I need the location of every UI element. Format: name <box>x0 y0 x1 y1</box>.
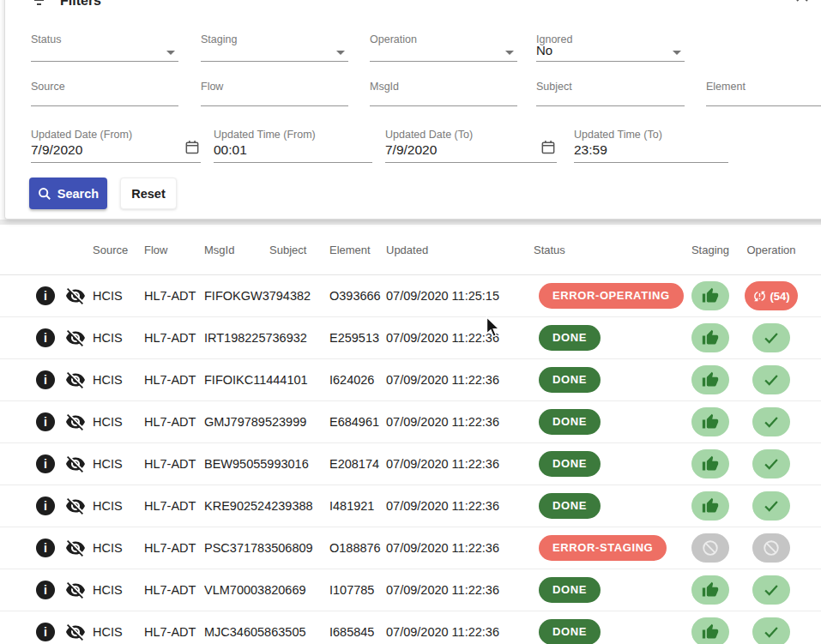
cell-source: HCIS <box>91 415 142 429</box>
updated-time-from-field[interactable]: Updated Time (From) 00:01 <box>214 129 372 163</box>
table-row[interactable]: i HCIS HL7-ADT PSC371783506809 O188876 0… <box>0 527 821 569</box>
status-badge: ERROR-STAGING <box>539 535 667 561</box>
updated-time-to-field[interactable]: Updated Time (To) 23:59 <box>574 129 728 163</box>
row-hide-button[interactable] <box>60 538 91 558</box>
panel-table-divider <box>0 220 821 225</box>
operation-action[interactable] <box>752 575 790 605</box>
staging-action[interactable] <box>691 491 729 521</box>
cell-msgid: IRT198225736932 <box>202 331 268 345</box>
updated-date-to-field[interactable]: Updated Date (To) 7/9/2020 <box>385 129 557 163</box>
filter-list-icon <box>31 0 46 7</box>
updated-date-from-value[interactable]: 7/9/2020 <box>31 141 82 158</box>
table-row[interactable]: i HCIS HL7-ADT MJC34605863505 I685845 07… <box>0 611 821 644</box>
updated-date-from-field[interactable]: Updated Date (From) 7/9/2020 <box>31 129 201 163</box>
cell-operation <box>734 407 808 436</box>
staging-action[interactable] <box>691 323 729 352</box>
table-row[interactable]: i HCIS HL7-ADT BEW95055993016 E208174 07… <box>0 443 821 485</box>
row-hide-button[interactable] <box>60 454 91 474</box>
operation-action[interactable] <box>752 533 790 563</box>
staging-action[interactable] <box>691 575 729 605</box>
staging-action[interactable] <box>691 365 729 394</box>
staging-action[interactable] <box>691 533 729 563</box>
search-button[interactable]: Search <box>29 178 107 209</box>
info-icon: i <box>36 581 55 599</box>
table-row[interactable]: i HCIS HL7-ADT KRE902524239388 I481921 0… <box>0 485 821 527</box>
row-hide-button[interactable] <box>60 286 91 306</box>
status-badge: DONE <box>539 409 601 435</box>
table-row[interactable]: i HCIS HL7-ADT IRT198225736932 E259513 0… <box>0 317 821 359</box>
msgid-filter-input[interactable]: MsgId <box>370 81 517 106</box>
chevron-down-icon[interactable] <box>505 51 514 55</box>
cell-element: E208174 <box>328 457 384 471</box>
operation-action[interactable] <box>752 407 790 436</box>
flow-filter-input[interactable]: Flow <box>201 81 348 106</box>
chevron-down-icon[interactable] <box>336 51 345 55</box>
row-info-button[interactable]: i <box>31 497 60 515</box>
row-info-button[interactable]: i <box>31 286 60 305</box>
status-badge: ERROR-OPERATING <box>539 283 684 309</box>
element-filter-input[interactable]: Element <box>706 81 821 106</box>
row-hide-button[interactable] <box>60 328 91 348</box>
row-hide-button[interactable] <box>60 412 91 432</box>
header-subject: Subject <box>268 244 328 256</box>
thumbs-up-icon <box>702 581 719 599</box>
row-info-button[interactable]: i <box>31 370 60 389</box>
row-info-button[interactable]: i <box>31 623 60 641</box>
operation-action[interactable] <box>752 323 790 352</box>
cell-operation <box>734 575 808 605</box>
source-filter-input[interactable]: Source <box>31 81 178 106</box>
staging-action[interactable] <box>691 281 729 310</box>
status-filter-dropdown[interactable]: Status <box>31 33 178 62</box>
chevron-down-icon[interactable] <box>673 51 681 55</box>
operation-action[interactable] <box>752 449 790 478</box>
visibility-off-icon <box>65 454 86 474</box>
row-hide-button[interactable] <box>60 622 91 642</box>
header-updated: Updated <box>384 244 532 256</box>
staging-action[interactable] <box>691 407 729 436</box>
staging-action[interactable] <box>691 449 729 478</box>
cell-element: I685845 <box>328 625 384 639</box>
operation-action[interactable] <box>752 617 790 644</box>
operation-action[interactable]: (54) <box>745 281 797 310</box>
block-icon <box>762 539 781 557</box>
cell-flow: HL7-ADT <box>142 541 202 555</box>
staging-action[interactable] <box>691 617 729 644</box>
cell-updated: 07/09/2020 11:22:36 <box>384 499 532 513</box>
cell-element: E684961 <box>328 415 384 429</box>
row-info-button[interactable]: i <box>31 454 60 473</box>
status-badge: DONE <box>539 493 601 519</box>
operation-action[interactable] <box>752 365 790 394</box>
row-hide-button[interactable] <box>60 370 91 390</box>
ignored-filter-dropdown[interactable]: Ignored No <box>536 33 685 62</box>
calendar-icon[interactable] <box>541 140 555 158</box>
reset-button[interactable]: Reset <box>120 178 177 209</box>
table-row[interactable]: i HCIS HL7-ADT FIFOIKC11444101 I624026 0… <box>0 359 821 401</box>
chevron-down-icon[interactable] <box>166 51 175 55</box>
row-info-button[interactable]: i <box>31 328 60 347</box>
cell-element: O393666 <box>328 289 384 303</box>
close-icon[interactable] <box>794 0 812 5</box>
table-row[interactable]: i HCIS HL7-ADT GMJ79789523999 E684961 07… <box>0 401 821 443</box>
row-hide-button[interactable] <box>60 496 91 516</box>
row-info-button[interactable]: i <box>31 539 60 557</box>
updated-time-to-value[interactable]: 23:59 <box>574 141 607 158</box>
cell-staging <box>686 365 734 394</box>
calendar-icon[interactable] <box>185 140 199 158</box>
table-row[interactable]: i HCIS HL7-ADT FIFOKGW3794382 O393666 07… <box>0 275 821 317</box>
row-hide-button[interactable] <box>60 580 91 600</box>
thumbs-up-icon <box>702 497 719 515</box>
operation-filter-dropdown[interactable]: Operation <box>370 33 517 62</box>
status-badge: DONE <box>539 325 601 351</box>
operation-action[interactable] <box>752 491 790 521</box>
subject-filter-input[interactable]: Subject <box>536 81 685 106</box>
sync-problem-icon <box>752 289 767 304</box>
updated-time-from-value[interactable]: 00:01 <box>214 141 247 158</box>
thumbs-up-icon <box>702 287 719 304</box>
table-row[interactable]: i HCIS HL7-ADT VLM70003820669 I107785 07… <box>0 569 821 611</box>
row-info-button[interactable]: i <box>31 581 60 599</box>
row-info-button[interactable]: i <box>31 412 60 431</box>
updated-date-to-value[interactable]: 7/9/2020 <box>385 141 437 158</box>
cell-status: DONE <box>532 409 686 435</box>
ignored-filter-value: No <box>536 42 552 58</box>
staging-filter-dropdown[interactable]: Staging <box>201 33 348 62</box>
